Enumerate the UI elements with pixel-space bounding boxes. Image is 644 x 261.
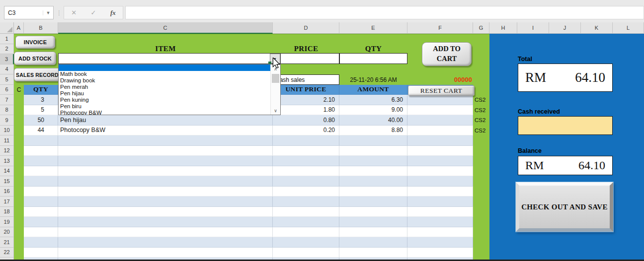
column-header-j[interactable]: J (549, 22, 581, 34)
checkout-button[interactable]: CHECK OUT AND SAVE (516, 182, 613, 232)
row-header-10[interactable]: 10 (0, 126, 14, 136)
table-cell[interactable] (273, 237, 339, 248)
table-cell[interactable] (24, 187, 58, 197)
formula-bar-input[interactable] (125, 6, 644, 19)
table-cell[interactable] (273, 217, 339, 227)
row-header-7[interactable]: 7 (0, 95, 14, 105)
table-cell[interactable] (407, 95, 473, 105)
table-cell[interactable] (58, 187, 273, 197)
reset-cart-button[interactable]: RESET CART (408, 85, 475, 96)
dropdown-item[interactable]: Pen kuning (59, 97, 272, 103)
table-cell[interactable] (339, 217, 407, 227)
select-all-corner[interactable] (0, 22, 14, 34)
table-cell[interactable] (339, 135, 407, 146)
cart-amount-cell[interactable]: 8.80 (339, 126, 407, 136)
qty-input[interactable] (339, 53, 407, 64)
dropdown-item[interactable]: Pen merah (59, 84, 272, 90)
cart-unit-price-cell[interactable]: 0.20 (273, 126, 339, 136)
row-header-9[interactable]: 9 (0, 115, 14, 126)
row-header-22[interactable]: 22 (0, 248, 14, 258)
row-header-1[interactable]: 1 (0, 34, 14, 44)
enter-icon[interactable]: ✓ (91, 9, 96, 16)
cart-unit-price-cell[interactable]: 2.10 (273, 95, 339, 105)
name-box-dropdown-icon[interactable]: ▼ (43, 10, 53, 15)
dropdown-scrollbar[interactable]: ∧ ∨ (270, 65, 280, 115)
table-cell[interactable] (58, 135, 273, 146)
column-header-g[interactable]: G (473, 22, 489, 34)
table-cell[interactable] (407, 237, 473, 248)
column-header-l[interactable]: L (613, 22, 644, 34)
row-header-17[interactable]: 17 (0, 196, 14, 207)
table-cell[interactable] (273, 146, 339, 156)
table-cell[interactable] (58, 146, 273, 156)
table-cell[interactable] (58, 217, 273, 227)
column-header-d[interactable]: D (273, 22, 339, 34)
price-input[interactable] (273, 53, 339, 64)
dropdown-item[interactable]: Drawing book (59, 77, 272, 84)
item-combobox-input[interactable] (58, 53, 281, 64)
table-cell[interactable] (58, 227, 273, 238)
table-cell[interactable] (58, 166, 273, 177)
dropdown-item[interactable]: Pen hijau (59, 90, 272, 97)
table-cell[interactable] (339, 227, 407, 238)
table-cell[interactable] (407, 176, 473, 187)
table-cell[interactable] (339, 187, 407, 197)
table-cell[interactable] (58, 156, 273, 166)
table-cell[interactable] (24, 248, 58, 258)
table-cell[interactable] (273, 227, 339, 238)
column-header-c[interactable]: C (58, 22, 273, 34)
insert-function-icon[interactable]: fx (110, 9, 116, 17)
column-header-b[interactable]: B (24, 22, 58, 34)
table-cell[interactable] (24, 156, 58, 166)
row-header-2[interactable]: 2 (0, 44, 14, 55)
table-cell[interactable] (273, 135, 339, 146)
column-header-h[interactable]: H (489, 22, 517, 34)
column-header-k[interactable]: K (581, 22, 613, 34)
column-header-f[interactable]: F (407, 22, 473, 34)
table-cell[interactable] (339, 146, 407, 156)
table-cell[interactable] (24, 135, 58, 146)
table-cell[interactable] (24, 166, 58, 177)
table-cell[interactable] (273, 166, 339, 177)
table-cell[interactable] (24, 207, 58, 217)
dropdown-item[interactable]: Math book (59, 71, 272, 77)
row-header-11[interactable]: 11 (0, 135, 14, 146)
scrollbar-thumb[interactable] (272, 74, 279, 83)
table-cell[interactable] (273, 176, 339, 187)
row-header-4[interactable]: 4 (0, 65, 14, 75)
row-header-3[interactable]: 3 (0, 54, 14, 65)
cart-header-cell[interactable]: AMOUNT (339, 85, 407, 95)
table-cell[interactable] (58, 248, 273, 258)
column-header-i[interactable]: I (517, 22, 549, 34)
table-cell[interactable] (273, 207, 339, 217)
row-header-8[interactable]: 8 (0, 105, 14, 116)
table-cell[interactable] (24, 146, 58, 156)
table-cell[interactable] (24, 217, 58, 227)
cart-amount-cell[interactable]: 6.30 (339, 95, 407, 105)
table-cell[interactable] (407, 227, 473, 238)
column-header-a[interactable]: A (14, 22, 24, 34)
table-cell[interactable] (58, 207, 273, 217)
table-cell[interactable] (339, 248, 407, 258)
row-header-13[interactable]: 13 (0, 156, 14, 166)
row-header-12[interactable]: 12 (0, 146, 14, 156)
table-cell[interactable] (339, 196, 407, 207)
sales-record-button[interactable]: SALES RECORD (14, 68, 61, 81)
table-cell[interactable] (24, 237, 58, 248)
table-cell[interactable] (407, 115, 473, 126)
cart-header-cell[interactable]: UNIT PRICE (273, 85, 339, 95)
cart-qty-cell[interactable]: 50 (24, 115, 58, 126)
table-cell[interactable] (58, 196, 273, 207)
table-cell[interactable] (407, 166, 473, 177)
cart-unit-price-cell[interactable]: 0.80 (273, 115, 339, 126)
table-cell[interactable] (407, 196, 473, 207)
row-header-16[interactable]: 16 (0, 187, 14, 197)
table-cell[interactable] (24, 196, 58, 207)
cancel-icon[interactable]: ✕ (71, 9, 77, 16)
table-cell[interactable] (407, 217, 473, 227)
table-cell[interactable] (407, 135, 473, 146)
table-cell[interactable] (407, 105, 473, 116)
row-header-14[interactable]: 14 (0, 166, 14, 177)
table-cell[interactable] (273, 187, 339, 197)
table-cell[interactable] (407, 187, 473, 197)
